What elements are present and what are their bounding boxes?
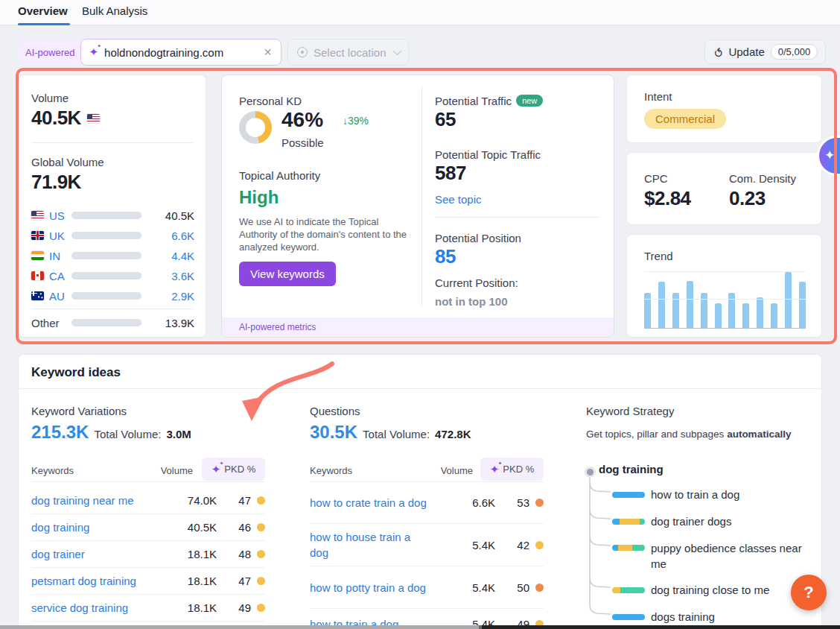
ai-powered-metrics-footer: AI-powered metrics (222, 317, 614, 337)
variations-count[interactable]: 215.3K (31, 422, 89, 443)
table-row: how to crate train a dog 6.6K 53 (310, 481, 544, 524)
strategy-child-row[interactable]: puppy obedience classes near me (612, 540, 815, 572)
ai-sparkle-icon: ✦ (824, 148, 835, 163)
table-row: dog trainer 18.1K 48 (31, 541, 265, 568)
location-select[interactable]: Select location (287, 39, 409, 66)
keyword-link[interactable]: how to potty train a dog (310, 580, 428, 595)
pillar-bar (612, 492, 645, 498)
keyword-link[interactable]: dog training (31, 519, 178, 535)
us-flag-icon (87, 114, 100, 123)
ai-sparkle-icon: ✦ (89, 45, 98, 59)
volume-card: Volume 40.5K Global Volume 71.9K US 40.5… (18, 75, 206, 338)
column-header-pkd[interactable]: ✦ PKD % (202, 458, 265, 481)
tree-root-dot (587, 469, 594, 475)
tab-overview[interactable]: Overview (18, 4, 68, 17)
help-button[interactable]: ? (791, 575, 827, 610)
country-link-au[interactable]: AU (49, 290, 71, 303)
pkd-difficulty-dot (257, 550, 265, 558)
ai-assistant-button[interactable]: ✦ (819, 138, 840, 174)
view-keywords-button[interactable]: View keywords (239, 262, 336, 286)
location-pin-icon (297, 47, 308, 57)
column-header-keywords: Keywords (31, 465, 74, 476)
update-button[interactable]: ⟳ Update 0/5,000 (704, 39, 826, 64)
country-value: 4.4K (141, 250, 194, 262)
country-bar (71, 252, 141, 259)
country-row-uk: UK 6.6K (31, 229, 194, 242)
india-flag-icon (31, 251, 44, 260)
topical-authority-value: High (239, 187, 279, 208)
column-header-volume: Volume (156, 465, 193, 476)
table-row: dog training 40.5K 46 (31, 514, 265, 541)
potential-topic-traffic-label: Potential Topic Traffic (435, 148, 541, 161)
strategy-root-keyword[interactable]: dog training (599, 463, 664, 475)
pkd-value: 47 (217, 494, 251, 507)
country-bar (71, 272, 141, 279)
ai-sparkle-icon: ✦ (490, 463, 500, 476)
pkd-difficulty-dot (535, 499, 544, 507)
questions-count[interactable]: 30.5K (310, 422, 357, 443)
keyword-link[interactable]: petsmart dog training (31, 573, 178, 589)
cpc-card: CPC $2.84 Com. Density 0.23 (626, 152, 822, 225)
keyword-input[interactable] (104, 46, 262, 59)
strategy-child-row[interactable]: dog training close to me (612, 582, 769, 598)
kd-donut-chart (239, 111, 272, 144)
tab-bar: Overview Bulk Analysis (0, 0, 840, 25)
country-link-us[interactable]: US (49, 209, 71, 222)
country-link-in[interactable]: IN (49, 250, 71, 262)
cpc-label: CPC (644, 172, 668, 185)
divider (31, 481, 265, 482)
com-density-value: 0.23 (729, 187, 766, 210)
volume-value: 18.1K (178, 548, 217, 560)
personal-kd-card: Personal KD 46% ↓39% Possible Topical Au… (221, 75, 614, 338)
keyword-link[interactable]: service dog training (31, 600, 178, 616)
country-row-other: Other 13.9K (31, 316, 194, 329)
table-row: how to potty train a dog 5.4K 50 (310, 566, 544, 609)
personal-kd-label: Personal KD (239, 95, 302, 107)
column-header-pkd[interactable]: ✦ PKD % (480, 458, 544, 481)
see-topic-link[interactable]: See topic (435, 193, 482, 206)
ai-sparkle-icon: ✦ (211, 463, 221, 476)
update-label: Update (728, 45, 764, 58)
pkd-difficulty-dot (535, 541, 544, 549)
intent-commercial-badge: Commercial (644, 109, 726, 129)
pkd-value: 47 (217, 575, 251, 587)
cpc-value: $2.84 (644, 187, 691, 210)
current-position-label: Current Position: (435, 276, 518, 289)
strategy-child-row[interactable]: dogs training (612, 609, 715, 625)
uk-flag-icon (31, 231, 44, 240)
pkd-difficulty-dot (257, 523, 265, 531)
keyword-overview-page: Overview Bulk Analysis AI-powered ✦ ✕ Se… (0, 0, 840, 629)
pillar-bar (612, 614, 645, 620)
country-link-ca[interactable]: CA (49, 270, 71, 282)
keyword-input-box[interactable]: ✦ ✕ (80, 39, 281, 66)
variations-total-label: Total Volume: (94, 428, 161, 440)
strategy-child-row[interactable]: how to train a dog (612, 487, 739, 502)
volume-value: 40.5K (178, 521, 217, 534)
potential-topic-traffic-value: 587 (435, 162, 466, 185)
keyword-link[interactable]: dog trainer (31, 546, 178, 562)
kd-level: Possible (281, 136, 324, 149)
volume-value: 5.4K (428, 581, 495, 594)
volume-value: 18.1K (178, 575, 217, 587)
keyword-link[interactable]: how to house train a dog (310, 529, 428, 560)
potential-position-value: 85 (435, 245, 456, 268)
tab-bulk-analysis[interactable]: Bulk Analysis (82, 4, 147, 17)
keyword-link[interactable]: how to crate train a dog (310, 495, 428, 511)
country-bar (71, 232, 141, 239)
country-row-us: US 40.5K (31, 209, 194, 222)
keyword-strategy-subtitle: Get topics, pillar and subpages automati… (586, 429, 791, 440)
trend-bar-chart (644, 272, 806, 329)
keyword-link[interactable]: dog training near me (31, 493, 178, 508)
country-value: 2.9K (141, 290, 194, 303)
strategy-child-row[interactable]: dog trainer dogs (612, 513, 731, 529)
variations-total-value: 3.0M (166, 428, 191, 440)
kd-delta: ↓39% (343, 115, 369, 127)
ai-powered-badge: AI-powered (25, 47, 74, 58)
country-row-ca: CA 3.6K (31, 269, 194, 282)
country-link-uk[interactable]: UK (49, 230, 71, 242)
country-bar (71, 319, 141, 326)
questions-label: Questions (310, 405, 360, 417)
keyword-ideas-title: Keyword ideas (31, 365, 121, 380)
questions-total-value: 472.8K (435, 428, 471, 440)
clear-input-icon[interactable]: ✕ (262, 46, 274, 58)
